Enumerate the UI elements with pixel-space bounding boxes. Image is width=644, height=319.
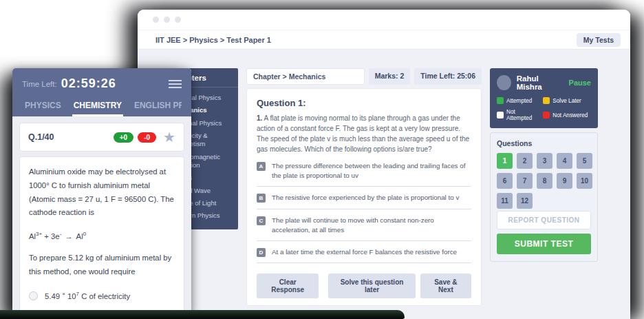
radio-icon[interactable] [29, 291, 38, 300]
save-next-button[interactable]: Save & Next [420, 274, 471, 298]
divider [257, 263, 471, 263]
mobile-timer-row: Time Left: 02:59:26 [22, 76, 182, 91]
option-d[interactable]: D At a later time the external force F b… [257, 247, 471, 257]
chapter-breadcrumb: Chapter > Mechanics [246, 68, 365, 85]
submit-test-button[interactable]: SUBMIT TEST [497, 234, 591, 254]
avatar [497, 75, 511, 90]
option-c-letter: C [257, 216, 266, 225]
divider [257, 186, 471, 187]
question-cell-10[interactable]: 10 [577, 173, 592, 189]
negative-marks-pill: -0 [138, 132, 156, 143]
cathode-reaction-formula: Al3+ + 3e-→Al0 [29, 231, 175, 240]
browser-window: IIT JEE > Physics > Test Paper 1 My Test… [138, 10, 630, 319]
window-content: Chapters General Physics Mechanics Therm… [138, 50, 630, 319]
my-tests-button[interactable]: My Tests [577, 33, 621, 47]
option-a[interactable]: A The pressure difference between the le… [257, 161, 471, 181]
question-cell-7[interactable]: 7 [517, 173, 533, 189]
menu-icon[interactable] [169, 80, 182, 88]
not-attempted-swatch [497, 112, 504, 119]
mobile-body: Q.1/40 +0 -0 ★ Aluminium oxide may be el… [12, 116, 191, 314]
mobile-app-overlay: Time Left: 02:59:26 PHYSICS CHEMISTRY EN… [12, 68, 191, 314]
arrow-icon: → [65, 232, 72, 240]
tab-english-proficiency[interactable]: ENGLISH PROFICIENCY [134, 101, 182, 110]
question-cell-8[interactable]: 8 [537, 173, 552, 189]
bookmark-star-icon[interactable]: ★ [163, 130, 175, 144]
question-counter: Q.1/40 [28, 132, 54, 142]
option-d-text: At a later time the external force F bal… [272, 247, 457, 257]
user-name: Rahul Mishra [517, 74, 564, 91]
question-cell-9[interactable]: 9 [557, 173, 572, 189]
stage: IIT JEE > Physics > Test Paper 1 My Test… [0, 0, 644, 319]
question-card: Question 1: 1. A flat plate is moving no… [246, 88, 482, 306]
question-text: 1. A flat plate is moving normal to its … [257, 113, 471, 154]
status-legend: Attempted Solve Later Not Attempted [497, 97, 591, 121]
question-cell-6[interactable]: 6 [497, 173, 513, 189]
mobile-question-text-2: To prepare 5.12 kg of aluminium metal by… [29, 251, 175, 279]
breadcrumb[interactable]: IIT JEE > Physics > Test Paper 1 [155, 36, 271, 44]
question-cell-11[interactable]: 11 [497, 193, 513, 209]
mobile-question-text: Aluminium oxide may be electrolysed at 1… [29, 165, 175, 220]
solve-later-button[interactable]: Solve this question later [328, 274, 415, 298]
legend-not-answered: Not Answered [543, 109, 591, 121]
option-a-text: The pressure difference between the lead… [272, 161, 471, 181]
top-nav-bar: IIT JEE > Physics > Test Paper 1 My Test… [138, 30, 630, 50]
time-left-badge: Time Left: 25:06 [414, 68, 482, 85]
question-actions: Clear Response Solve this question later… [257, 269, 471, 298]
option-b[interactable]: B The resistive force experienced by the… [257, 193, 471, 203]
option-b-text: The resistive force experienced by the p… [272, 193, 459, 203]
tab-chemistry[interactable]: CHEMISTRY [74, 101, 122, 110]
subject-tabs: PHYSICS CHEMISTRY ENGLISH PROFICIENCY [22, 91, 182, 116]
legend-solve-later: Solve Later [543, 97, 591, 104]
window-dot-icon [175, 17, 181, 23]
question-cell-12[interactable]: 12 [517, 193, 533, 209]
question-cell-4[interactable]: 4 [557, 153, 572, 169]
mobile-question-card: Aluminium oxide may be electrolysed at 1… [19, 156, 184, 314]
window-titlebar [138, 10, 630, 30]
question-palette: Questions 1 2 3 4 5 6 7 8 9 10 11 12 [490, 132, 598, 262]
legend-not-attempted: Not Attempted [497, 109, 540, 121]
pause-button[interactable]: Pause [569, 79, 591, 87]
mobile-option-1-label: 5.49 × 107 C of electricity [45, 291, 130, 300]
time-left-label: Time Left: [22, 80, 57, 88]
window-dot-icon [164, 17, 170, 23]
options-list: A The pressure difference between the le… [257, 161, 471, 269]
questions-title: Questions [497, 139, 591, 147]
question-area: Chapter > Mechanics Marks: 2 Time Left: … [246, 68, 482, 306]
option-d-letter: D [257, 248, 266, 257]
attempted-swatch [497, 97, 504, 104]
marks-badge: Marks: 2 [369, 68, 411, 85]
question-cell-2[interactable]: 2 [517, 153, 533, 169]
solve-later-swatch [543, 97, 550, 104]
option-b-letter: B [257, 194, 266, 203]
question-number-grid: 1 2 3 4 5 6 7 8 9 10 11 12 [497, 153, 591, 209]
tab-physics[interactable]: PHYSICS [25, 101, 61, 110]
question-meta-card: Q.1/40 +0 -0 ★ [19, 123, 184, 152]
divider [257, 240, 471, 241]
option-c[interactable]: C The plate will continue to move with c… [257, 216, 471, 235]
question-title: Question 1: [257, 98, 471, 108]
right-panel: Rahul Mishra Pause Attempted Solve Later [490, 68, 598, 262]
mobile-header: Time Left: 02:59:26 PHYSICS CHEMISTRY EN… [12, 68, 191, 116]
mobile-option-1[interactable]: 5.49 × 107 C of electricity [29, 291, 175, 300]
clear-response-button[interactable]: Clear Response [257, 274, 319, 298]
not-answered-swatch [543, 112, 550, 119]
legend-attempted: Attempted [497, 97, 540, 104]
divider [257, 209, 471, 209]
countdown-timer: 02:59:26 [61, 76, 116, 91]
user-card: Rahul Mishra Pause Attempted Solve Later [490, 68, 598, 128]
window-dot-icon [153, 17, 159, 23]
user-row: Rahul Mishra Pause [497, 74, 591, 91]
question-header-row: Chapter > Mechanics Marks: 2 Time Left: … [246, 68, 482, 85]
desk-edge-decoration [0, 310, 405, 319]
question-cell-3[interactable]: 3 [537, 153, 552, 169]
option-a-letter: A [257, 162, 266, 171]
option-c-text: The plate will continue to move with con… [272, 216, 471, 235]
report-question-button[interactable]: REPORT QUESTION [497, 211, 591, 229]
question-cell-5[interactable]: 5 [577, 153, 592, 169]
positive-marks-pill: +0 [114, 132, 133, 143]
question-cell-1[interactable]: 1 [497, 153, 513, 169]
